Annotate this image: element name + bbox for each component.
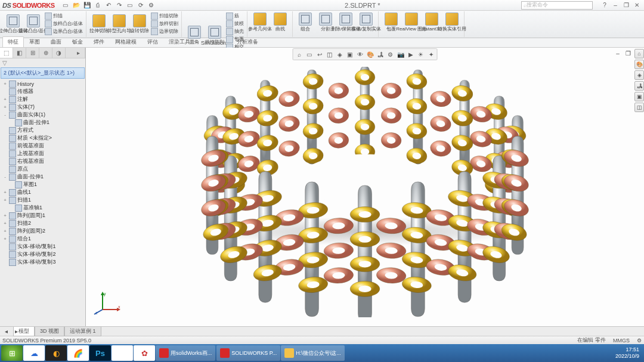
tree-expand-icon[interactable]: - bbox=[2, 112, 8, 117]
tb-baidu-icon[interactable]: ☁ bbox=[23, 345, 45, 361]
maximize-button[interactable]: ❐ bbox=[621, 1, 631, 10]
tree-node[interactable]: 基准轴1 bbox=[1, 204, 84, 212]
close-button[interactable]: ✕ bbox=[632, 1, 642, 10]
dim-tab[interactable]: ⊕ bbox=[39, 48, 52, 58]
vp-max-icon[interactable]: ❐ bbox=[623, 48, 633, 58]
tree-node[interactable]: 传感器 bbox=[1, 88, 84, 95]
zoom-area-button[interactable]: ▭ bbox=[305, 49, 314, 59]
taskpane-decal-button[interactable]: ◈ bbox=[634, 70, 644, 80]
command-tab[interactable]: 特征 bbox=[2, 36, 24, 47]
view-triad[interactable]: x y z bbox=[98, 290, 122, 314]
start-button[interactable]: ⊞ bbox=[1, 345, 23, 361]
qat-redo-icon[interactable]: ↷ bbox=[114, 1, 124, 10]
model-tab[interactable]: 3D 视图 bbox=[35, 327, 64, 336]
ribbon-small-button[interactable]: 边界切除 bbox=[150, 27, 179, 35]
taskpane-section-button[interactable]: ◫ bbox=[634, 103, 644, 112]
tb-photoshop-icon[interactable]: Ps bbox=[89, 345, 111, 361]
tree-node[interactable]: +实体(7) bbox=[1, 103, 84, 111]
property-tab[interactable]: ◧ bbox=[13, 48, 26, 58]
search-input[interactable]: ⌕ 搜索命令 bbox=[521, 1, 593, 10]
taskbar-folder[interactable]: H:\微信公众号\这... bbox=[281, 345, 345, 361]
command-tab[interactable]: 评估 bbox=[142, 36, 163, 47]
ribbon-hole-button[interactable]: 异型孔向导 bbox=[109, 14, 129, 34]
btab-prev-icon[interactable]: ◂ bbox=[1, 327, 11, 336]
command-tab[interactable]: 网格建模 bbox=[110, 36, 142, 47]
ribbon-move-button[interactable]: 移动/复制实体 bbox=[356, 12, 376, 32]
ribbon-realview-button[interactable]: RealView 图形 bbox=[401, 12, 422, 32]
status-units[interactable]: MMGS bbox=[613, 338, 630, 344]
tree-expand-icon[interactable]: + bbox=[2, 81, 8, 86]
ribbon-curves-button[interactable]: 曲线 bbox=[270, 12, 290, 32]
ribbon-cut-ext-button[interactable]: 拉伸切除 bbox=[89, 14, 109, 34]
tree-node[interactable]: 曲面-拉伸1 bbox=[1, 119, 84, 126]
taskpane-home-button[interactable]: ⌂ bbox=[634, 49, 644, 58]
tree-filter[interactable]: ▽ bbox=[0, 58, 85, 67]
tree-node[interactable]: 草图1 bbox=[1, 181, 84, 188]
tree-node[interactable]: 实体-移动/复制2 bbox=[1, 250, 84, 258]
graphics-viewport[interactable]: ⌕▭↩◫◈▣👁🎨🏞⚙📷▶☀✦ – ❐ ✕ x y bbox=[86, 48, 644, 326]
appearance-button[interactable]: 🎨 bbox=[366, 49, 375, 59]
qat-options-icon[interactable]: ⚙ bbox=[147, 1, 156, 10]
ribbon-small-button[interactable]: 扫描切除 bbox=[150, 12, 179, 20]
tb-photos-icon[interactable]: 🖼 bbox=[112, 345, 133, 361]
tree-expand-icon[interactable]: - bbox=[2, 174, 8, 180]
zoom-fit-button[interactable]: ⌕ bbox=[295, 49, 304, 59]
qat-new-icon[interactable]: ▭ bbox=[61, 1, 70, 10]
prev-view-button[interactable]: ↩ bbox=[315, 49, 324, 59]
tree-expand-icon[interactable]: + bbox=[2, 190, 8, 195]
ribbon-cut-rev-button[interactable]: 旋转切除 bbox=[129, 14, 150, 34]
taskpane-scene-button[interactable]: 🏞 bbox=[634, 81, 644, 91]
help-button[interactable]: ? bbox=[600, 1, 609, 10]
tree-node[interactable]: +曲线1 bbox=[1, 188, 84, 196]
qat-print-icon[interactable]: ⎙ bbox=[93, 1, 103, 10]
tree-root[interactable]: 2 (默认<<默认>_显示状态 1>) bbox=[1, 67, 85, 79]
view-orient-button[interactable]: ◈ bbox=[335, 49, 345, 59]
ribbon-small-button[interactable]: 抽壳 bbox=[225, 27, 245, 35]
tree-node[interactable]: +注解 bbox=[1, 95, 84, 103]
tree-expand-icon[interactable]: + bbox=[2, 97, 8, 102]
tree-node[interactable]: 上视基准面 bbox=[1, 150, 84, 157]
ribbon-refgeom-button[interactable]: 参考几何体 bbox=[250, 12, 270, 32]
command-tab[interactable]: 草图 bbox=[24, 36, 45, 47]
display-tab[interactable]: ◑ bbox=[52, 48, 66, 58]
section-button[interactable]: ◫ bbox=[325, 49, 335, 59]
ribbon-small-button[interactable]: 边界凸台/基体 bbox=[44, 27, 84, 35]
config-tab[interactable]: ⊞ bbox=[26, 48, 39, 58]
tree-node[interactable]: 实体-移动/复制3 bbox=[1, 258, 84, 266]
tree-node[interactable]: 材质 <未指定> bbox=[1, 134, 84, 142]
tree-expand-icon[interactable]: + bbox=[2, 197, 8, 203]
taskbar-clock[interactable]: 17:51 2022/10/9 bbox=[612, 346, 643, 360]
tree-node[interactable]: 原点 bbox=[1, 165, 84, 173]
qat-save-icon[interactable]: 💾 bbox=[82, 1, 92, 10]
tree-expand-icon[interactable]: + bbox=[2, 221, 8, 226]
qat-rebuild-icon[interactable]: ⟳ bbox=[136, 1, 145, 10]
command-tab[interactable]: 曲面 bbox=[45, 36, 67, 47]
taskbar-app[interactable]: SOLIDWORKS P... bbox=[216, 345, 280, 361]
btab-next-icon[interactable]: ▸ bbox=[11, 327, 21, 336]
status-gear-icon[interactable]: ⚙ bbox=[637, 338, 642, 344]
taskpane-appearance-button[interactable]: 🎨 bbox=[634, 60, 644, 69]
tree-node[interactable]: +扫描2 bbox=[1, 219, 84, 227]
light2-button[interactable]: ✦ bbox=[426, 49, 436, 59]
tree-expand-icon[interactable]: + bbox=[2, 213, 8, 218]
tree-node[interactable]: +组合1 bbox=[1, 235, 84, 243]
command-tab[interactable]: 钣金 bbox=[67, 36, 88, 47]
ribbon-revolve-button[interactable]: 旋转凸台/基体 bbox=[23, 14, 44, 34]
tree-node[interactable]: 实体-移动/复制1 bbox=[1, 243, 84, 250]
tree-node[interactable]: +阵列(圆周)1 bbox=[1, 212, 84, 219]
ribbon-small-button[interactable]: 放样切割 bbox=[150, 20, 179, 27]
display-style-button[interactable]: ▣ bbox=[345, 49, 355, 59]
command-tab[interactable]: 焊件 bbox=[88, 36, 110, 47]
tree-expand-icon[interactable]: + bbox=[2, 104, 8, 110]
render-button[interactable]: 📷 bbox=[396, 49, 405, 59]
tree-node[interactable]: +阵列(圆周)2 bbox=[1, 227, 84, 235]
ribbon-small-button[interactable]: 扫描 bbox=[44, 12, 84, 20]
hide-show-button[interactable]: 👁 bbox=[355, 49, 365, 59]
tree-node[interactable]: +History bbox=[1, 80, 84, 88]
tree-node[interactable]: -曲面实体(1) bbox=[1, 111, 84, 119]
tb-rainbow-icon[interactable]: 🌈 bbox=[67, 345, 89, 361]
ribbon-convert-button[interactable]: 转换实体引用 bbox=[442, 12, 462, 32]
ribbon-small-button[interactable]: 拔模 bbox=[225, 20, 245, 27]
tree-node[interactable]: 方程式 bbox=[1, 126, 84, 134]
ribbon-combine-button[interactable]: 组合 bbox=[295, 12, 315, 32]
